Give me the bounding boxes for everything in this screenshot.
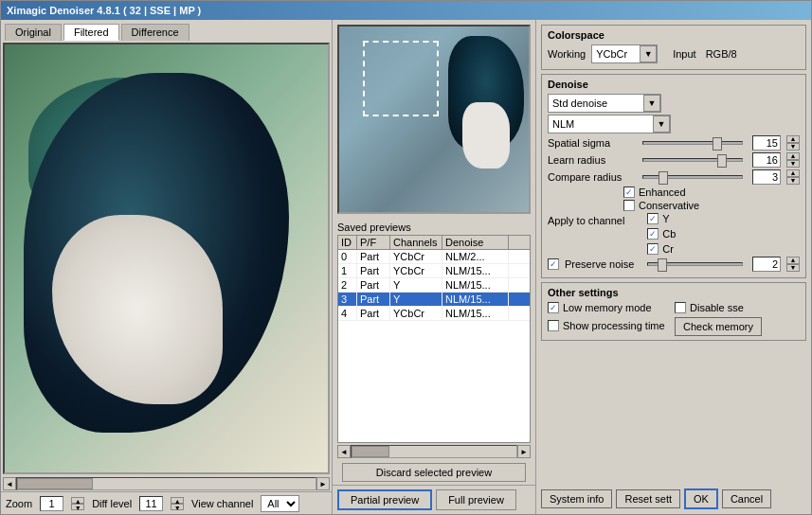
row0-id: 0: [338, 250, 357, 263]
cancel-button[interactable]: Cancel: [722, 489, 771, 508]
spatial-sigma-down[interactable]: ▼: [786, 143, 800, 151]
show-processing-checkbox[interactable]: [548, 320, 559, 331]
diff-spinner[interactable]: ▲ ▼: [171, 497, 184, 510]
zoom-spinner[interactable]: ▲ ▼: [71, 497, 84, 510]
ok-button[interactable]: OK: [684, 488, 718, 509]
preserve-noise-thumb[interactable]: [658, 258, 667, 272]
spatial-sigma-spinner[interactable]: ▲ ▼: [786, 135, 800, 151]
compare-radius-thumb[interactable]: [659, 171, 668, 185]
learn-radius-spinner[interactable]: ▲ ▼: [786, 152, 800, 168]
table-scroll-left[interactable]: ◄: [337, 445, 351, 458]
tab-filtered[interactable]: Filtered: [63, 24, 119, 41]
compare-radius-spinner[interactable]: ▲ ▼: [786, 169, 800, 185]
compare-radius-up[interactable]: ▲: [786, 169, 800, 177]
diff-down[interactable]: ▼: [171, 504, 184, 510]
main-content: Original Filtered Difference ◄ ►: [1, 20, 811, 514]
low-memory-checkbox[interactable]: [548, 302, 559, 313]
saved-previews-section: Saved previews ID P/F Channels Denoise 0…: [337, 219, 531, 485]
spatial-sigma-slider[interactable]: [639, 141, 747, 145]
channel-y-checkbox[interactable]: [647, 213, 659, 224]
enhanced-checkbox[interactable]: [623, 186, 635, 198]
table-scrollbar: ◄ ►: [337, 445, 531, 458]
tab-difference[interactable]: Difference: [121, 24, 189, 41]
check-memory-button[interactable]: Check memory: [675, 317, 762, 336]
full-preview-button[interactable]: Full preview: [436, 489, 516, 510]
tab-original[interactable]: Original: [5, 24, 62, 41]
table-row[interactable]: 1 Part YCbCr NLM/15...: [338, 264, 530, 278]
title-bar: Ximagic Denoiser 4.8.1 ( 32 | SSE | MP ): [1, 1, 811, 20]
learn-radius-input[interactable]: [752, 152, 781, 168]
table-row[interactable]: 4 Part YCbCr NLM/15...: [338, 307, 530, 321]
table-header: ID P/F Channels Denoise: [338, 236, 530, 250]
disable-sse-checkbox[interactable]: [675, 302, 686, 313]
middle-panel: Saved previews ID P/F Channels Denoise 0…: [333, 20, 536, 514]
table-row[interactable]: 3 Part Y NLM/15...: [338, 293, 530, 307]
enhanced-row: Enhanced: [548, 186, 800, 198]
zoom-input[interactable]: [40, 496, 63, 511]
compare-radius-slider[interactable]: [639, 175, 747, 179]
preview-image-area: [337, 25, 531, 214]
table-row[interactable]: 2 Part Y NLM/15...: [338, 278, 530, 293]
discard-preview-button[interactable]: Discard selected preview: [342, 463, 526, 482]
compare-radius-down[interactable]: ▼: [786, 177, 800, 185]
learn-radius-up[interactable]: ▲: [786, 152, 800, 160]
row4-ch: YCbCr: [390, 307, 442, 320]
scroll-left-btn[interactable]: ◄: [3, 477, 16, 490]
preserve-noise-slider[interactable]: [643, 262, 747, 266]
preserve-noise-up[interactable]: ▲: [786, 257, 800, 264]
zoom-down[interactable]: ▼: [71, 504, 84, 510]
reset-sett-button[interactable]: Reset sett: [616, 489, 680, 508]
denoise-title: Denoise: [548, 79, 800, 90]
compare-radius-track[interactable]: [642, 175, 743, 179]
learn-radius-down[interactable]: ▼: [786, 160, 800, 168]
table-scrollbar-thumb[interactable]: [352, 446, 389, 457]
saved-previews-table[interactable]: ID P/F Channels Denoise 0 Part YCbCr NLM…: [337, 235, 531, 443]
tab-bar: Original Filtered Difference: [1, 20, 332, 41]
channel-cb-checkbox[interactable]: [647, 228, 659, 240]
std-denoise-arrow[interactable]: ▼: [643, 95, 660, 112]
row0-ch: YCbCr: [390, 250, 442, 263]
preserve-noise-down[interactable]: ▼: [786, 264, 800, 272]
learn-radius-track[interactable]: [642, 158, 743, 162]
diff-up[interactable]: ▲: [171, 497, 184, 504]
th-pf: P/F: [357, 236, 390, 249]
channel-cr-checkbox[interactable]: [647, 243, 659, 255]
spatial-sigma-track[interactable]: [642, 141, 743, 145]
working-dropdown-arrow[interactable]: ▼: [640, 45, 657, 62]
preserve-noise-track[interactable]: [647, 262, 743, 266]
scroll-right-btn[interactable]: ►: [316, 477, 330, 490]
diff-level-input[interactable]: [139, 496, 163, 511]
preserve-noise-row: Preserve noise ▲ ▼: [548, 257, 800, 272]
learn-radius-slider[interactable]: [639, 158, 747, 162]
partial-preview-button[interactable]: Partial preview: [337, 489, 432, 510]
nlm-arrow[interactable]: ▼: [653, 115, 670, 133]
colorspace-section: Colorspace Working YCbCr ▼ Input RGB/8: [541, 25, 806, 70]
zoom-up[interactable]: ▲: [71, 497, 84, 504]
h-scrollbar-thumb[interactable]: [17, 478, 93, 489]
h-scrollbar[interactable]: [16, 477, 316, 490]
row1-dn: NLM/15...: [442, 264, 509, 277]
spatial-sigma-input[interactable]: [752, 135, 781, 151]
table-h-scrollbar[interactable]: [351, 445, 517, 458]
row3-dn: NLM/15...: [442, 293, 509, 306]
spatial-sigma-thumb[interactable]: [713, 137, 722, 151]
compare-radius-input[interactable]: [752, 169, 781, 185]
preserve-noise-spinner[interactable]: ▲ ▼: [786, 257, 800, 272]
main-image-view: [3, 43, 330, 474]
spatial-sigma-up[interactable]: ▲: [786, 135, 800, 143]
window-title: Ximagic Denoiser 4.8.1 ( 32 | SSE | MP ): [7, 5, 201, 16]
action-buttons-row: Partial preview Full preview: [333, 485, 535, 514]
std-denoise-value: Std denoise: [549, 95, 643, 112]
preserve-noise-checkbox[interactable]: [548, 258, 559, 270]
preserve-noise-input[interactable]: [752, 257, 781, 272]
conservative-checkbox[interactable]: [623, 200, 635, 211]
view-channel-select[interactable]: All Y Cb Cr: [261, 495, 299, 512]
std-denoise-row: Std denoise ▼: [548, 94, 800, 113]
table-scroll-right[interactable]: ►: [517, 445, 531, 458]
system-info-button[interactable]: System info: [541, 489, 612, 508]
disable-sse-row: Disable sse: [675, 302, 800, 313]
table-row[interactable]: 0 Part YCbCr NLM/2...: [338, 250, 530, 264]
learn-radius-thumb[interactable]: [717, 154, 727, 168]
learn-radius-label: Learn radius: [548, 154, 633, 166]
th-denoise: Denoise: [442, 236, 509, 249]
